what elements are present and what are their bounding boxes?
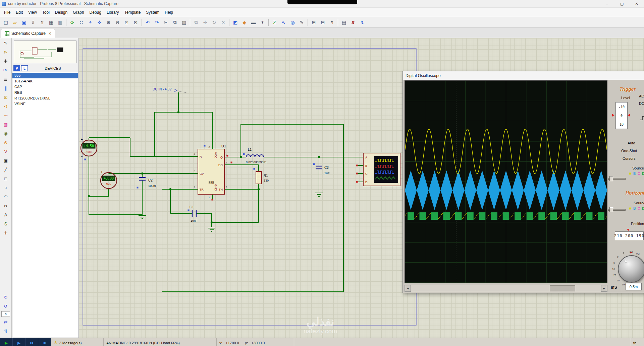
electrical-rule-check-icon[interactable]: ✘ bbox=[349, 18, 357, 26]
maximize-button[interactable]: ▢ bbox=[614, 0, 629, 7]
redo-icon[interactable]: ↷ bbox=[153, 18, 161, 26]
redraw-display-icon[interactable]: ⟳ bbox=[68, 18, 76, 26]
x-mirror-icon[interactable]: ⇄ bbox=[1, 318, 10, 326]
menu-tool[interactable]: Tool bbox=[40, 8, 52, 17]
device-item-1812-474k[interactable]: 1812-474K bbox=[12, 78, 78, 84]
tab-close-icon[interactable]: ✕ bbox=[48, 31, 51, 36]
minimize-button[interactable]: – bbox=[600, 0, 614, 7]
paste-icon[interactable]: ▨ bbox=[180, 18, 188, 26]
generator-mode-icon[interactable]: ⊙ bbox=[1, 138, 10, 147]
zoom-to-sheet-icon[interactable]: ⊠ bbox=[131, 18, 140, 26]
channel-a-label[interactable]: A bbox=[629, 172, 632, 176]
channel-b-label[interactable]: B bbox=[633, 172, 636, 176]
block-move-icon[interactable]: ✛ bbox=[201, 18, 209, 26]
coupling-dc-label[interactable]: DC bbox=[639, 101, 644, 106]
trigger-level-slider[interactable] bbox=[608, 176, 625, 181]
coupling-ac-label[interactable]: AC bbox=[639, 94, 644, 98]
messages-cell[interactable]: ⚠ 3 Message(s) bbox=[51, 338, 104, 346]
block-delete-icon[interactable]: ✕ bbox=[219, 18, 227, 26]
2d-symbol-mode-icon[interactable]: S bbox=[1, 219, 10, 228]
2d-path-mode-icon[interactable]: ∾ bbox=[1, 201, 10, 210]
2d-circle-mode-icon[interactable]: ○ bbox=[1, 183, 10, 192]
zoom-in-icon[interactable]: ⊕ bbox=[104, 18, 113, 26]
voltmeter-1[interactable]: +4.50Volts+− bbox=[81, 138, 97, 158]
selection-mode-icon[interactable]: ↖ bbox=[1, 39, 10, 47]
oscilloscope-window[interactable]: Digital Oscilloscope ◄ ► Trigger Level A… bbox=[402, 71, 644, 293]
component-c3[interactable]: C31uF bbox=[316, 166, 330, 175]
tab-schematic-capture[interactable]: Schematic Capture ✕ bbox=[1, 29, 55, 38]
make-device-icon[interactable]: ◆ bbox=[240, 18, 249, 26]
y-mirror-icon[interactable]: ⇅ bbox=[1, 327, 10, 335]
zoom-out-icon[interactable]: ⊖ bbox=[113, 18, 122, 26]
channel-d-label[interactable]: D bbox=[642, 207, 644, 210]
wire-autorouter-icon[interactable]: ∿ bbox=[279, 18, 288, 26]
component-mode-icon[interactable]: ⊳ bbox=[1, 48, 10, 56]
false-origin-icon[interactable]: ⌖ bbox=[86, 18, 95, 26]
device-item-rt1206[interactable]: RT1206DRD071K05L bbox=[12, 95, 78, 101]
component-c1[interactable]: C110nF bbox=[190, 205, 198, 222]
rotate-anticlockwise-icon[interactable]: ↺ bbox=[1, 302, 10, 310]
mark-output-area-icon[interactable]: ▩ bbox=[56, 18, 64, 26]
menu-help[interactable]: Help bbox=[162, 8, 176, 17]
step-simulation-button[interactable]: ▶ bbox=[13, 338, 25, 346]
close-button[interactable]: ✕ bbox=[629, 0, 644, 7]
component-l1[interactable]: L10.02533029591 bbox=[246, 148, 267, 164]
search-and-tag-icon[interactable]: ◎ bbox=[288, 18, 297, 26]
pause-simulation-button[interactable]: ▮▮ bbox=[25, 338, 38, 346]
cut-icon[interactable]: ✂ bbox=[162, 18, 170, 26]
trigger-auto-button[interactable]: Auto bbox=[628, 141, 635, 145]
run-simulation-button[interactable]: ▶ bbox=[0, 338, 13, 346]
netlist-to-ares-icon[interactable]: ↯ bbox=[358, 18, 366, 26]
component-r1[interactable]: R1330 bbox=[256, 171, 269, 184]
component-c2[interactable]: C2100nF bbox=[139, 178, 157, 188]
device-item-cap[interactable]: CAP bbox=[12, 84, 78, 90]
open-design-icon[interactable]: ▱ bbox=[11, 18, 19, 26]
device-item-res[interactable]: RES bbox=[12, 90, 78, 95]
menu-library[interactable]: Library bbox=[104, 8, 122, 17]
exit-to-parent-icon[interactable]: ↰ bbox=[328, 18, 336, 26]
menu-design[interactable]: Design bbox=[52, 8, 70, 17]
horizontal-position-slider[interactable] bbox=[608, 206, 625, 212]
graph-mode-icon[interactable]: ▥ bbox=[1, 120, 10, 129]
trigger-one-shot-button[interactable]: One-Shot bbox=[621, 149, 637, 153]
zoom-to-area-icon[interactable]: ⊡ bbox=[122, 18, 131, 26]
block-copy-icon[interactable]: ⧉ bbox=[192, 18, 200, 26]
block-rotate-icon[interactable]: ↻ bbox=[210, 18, 218, 26]
stop-simulation-button[interactable]: ■ bbox=[38, 338, 51, 346]
menu-template[interactable]: Template bbox=[122, 8, 144, 17]
menu-view[interactable]: View bbox=[25, 8, 40, 17]
packaging-tool-icon[interactable]: ▬ bbox=[249, 18, 258, 26]
decompose-icon[interactable]: ✶ bbox=[258, 18, 267, 26]
component-u1[interactable]: U1555RCVTRQDCTHVCCGND45237681 bbox=[194, 144, 227, 199]
buses-mode-icon[interactable]: ∥ bbox=[1, 84, 10, 92]
2d-text-mode-icon[interactable]: A bbox=[1, 210, 10, 219]
2d-marker-mode-icon[interactable]: ✛ bbox=[1, 228, 10, 237]
toggle-grid-icon[interactable]: ∷ bbox=[77, 18, 86, 26]
channel-b-label[interactable]: B bbox=[633, 207, 636, 210]
bill-of-materials-icon[interactable]: ▤ bbox=[340, 18, 348, 26]
export-section-icon[interactable]: ⇧ bbox=[38, 18, 46, 26]
subcircuit-mode-icon[interactable]: ⊡ bbox=[1, 93, 10, 101]
channel-a-label[interactable]: A bbox=[629, 207, 632, 210]
device-pins-mode-icon[interactable]: ⊸ bbox=[1, 111, 10, 120]
oscilloscope-scrollbar[interactable]: ◄ ► bbox=[405, 285, 607, 292]
text-script-mode-icon[interactable]: ≣ bbox=[1, 75, 10, 83]
timebase-knob[interactable] bbox=[618, 255, 644, 283]
channel-d-label[interactable]: D bbox=[642, 172, 644, 176]
scrollbar-thumb[interactable] bbox=[550, 285, 575, 291]
schematic-editor[interactable]: DC IN - 4.5VU1555RCVTRQDCTHVCCGND4523768… bbox=[79, 38, 644, 338]
trigger-cursors-button[interactable]: Cursors bbox=[623, 156, 636, 160]
2d-line-mode-icon[interactable]: ╱ bbox=[1, 165, 10, 174]
trigger-level-display[interactable]: -10 0 10 bbox=[615, 102, 628, 129]
property-assignment-icon[interactable]: ✎ bbox=[298, 18, 306, 26]
component-oscilloscope[interactable]: ABCD bbox=[363, 153, 400, 186]
pick-devices-button[interactable]: P bbox=[13, 65, 20, 71]
dc-input-terminal[interactable]: DC IN - 4.5V bbox=[153, 87, 186, 93]
pick-parts-icon[interactable]: ◩ bbox=[231, 18, 239, 26]
device-item-555[interactable]: 555 bbox=[12, 73, 78, 78]
virtual-instruments-mode-icon[interactable]: ▣ bbox=[1, 156, 10, 165]
scroll-left-arrow[interactable]: ◄ bbox=[405, 285, 411, 292]
junction-dot-mode-icon[interactable]: ✚ bbox=[1, 57, 10, 65]
device-item-vsine[interactable]: VSINE bbox=[12, 101, 78, 107]
import-section-icon[interactable]: ⇩ bbox=[29, 18, 37, 26]
